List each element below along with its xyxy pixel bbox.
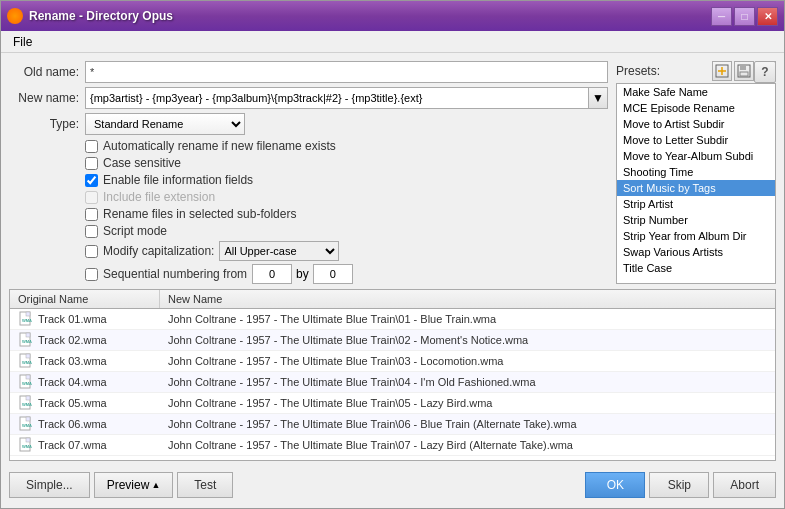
old-name-row: Old name: (9, 61, 608, 83)
preset-item[interactable]: MCE Episode Rename (617, 100, 775, 116)
svg-rect-2 (740, 65, 746, 70)
presets-list[interactable]: Make Safe NameMCE Episode RenameMove to … (616, 83, 776, 284)
svg-text:WMA: WMA (22, 402, 32, 407)
svg-text:WMA: WMA (22, 444, 32, 449)
table-row[interactable]: WMA Track 06.wmaJohn Coltrane - 1957 - T… (10, 414, 775, 435)
modify-cap-select[interactable]: All Upper-case All Lower-case Title Case (219, 241, 339, 261)
auto-rename-checkbox[interactable] (85, 140, 98, 153)
ok-button[interactable]: OK (585, 472, 645, 498)
file-table: Original Name New Name WMA Track 01.wmaJ… (9, 289, 776, 461)
preset-item[interactable]: Strip Year from Album Dir (617, 228, 775, 244)
table-row[interactable]: WMA Track 07.wmaJohn Coltrane - 1957 - T… (10, 435, 775, 456)
preset-item[interactable]: Make Safe Name (617, 84, 775, 100)
script-mode-checkbox[interactable] (85, 225, 98, 238)
checkboxes-area: Automatically rename if new filename exi… (9, 139, 608, 284)
new-filename: John Coltrane - 1957 - The Ultimate Blue… (160, 353, 775, 369)
preview-label: Preview (107, 478, 150, 492)
include-extension-label: Include file extension (103, 190, 215, 204)
table-body: WMA Track 01.wmaJohn Coltrane - 1957 - T… (10, 309, 775, 460)
case-sensitive-row: Case sensitive (85, 156, 608, 170)
original-filename: Track 07.wma (38, 439, 107, 451)
new-filename: John Coltrane - 1957 - The Ultimate Blue… (160, 374, 775, 390)
svg-text:WMA: WMA (22, 318, 32, 323)
original-filename: Track 04.wma (38, 376, 107, 388)
include-extension-checkbox[interactable] (85, 191, 98, 204)
minimize-button[interactable]: ─ (711, 7, 732, 26)
rename-subfolders-checkbox[interactable] (85, 208, 98, 221)
new-filename: John Coltrane - 1957 - The Ultimate Blue… (160, 395, 775, 411)
file-icon: WMA (18, 395, 34, 411)
enable-file-info-checkbox[interactable] (85, 174, 98, 187)
type-select[interactable]: Standard Rename (85, 113, 245, 135)
new-name-dropdown-button[interactable]: ▼ (588, 87, 608, 109)
preset-save-button[interactable] (734, 61, 754, 81)
preset-item[interactable]: Title Case (617, 260, 775, 276)
modify-cap-label: Modify capitalization: (103, 244, 214, 258)
old-name-input[interactable] (85, 61, 608, 83)
menu-bar: File ? (1, 31, 784, 53)
table-row[interactable]: WMA Track 03.wmaJohn Coltrane - 1957 - T… (10, 351, 775, 372)
original-filename: Track 02.wma (38, 334, 107, 346)
skip-button[interactable]: Skip (649, 472, 709, 498)
svg-rect-3 (740, 72, 748, 76)
original-filename: Track 05.wma (38, 397, 107, 409)
abort-button[interactable]: Abort (713, 472, 776, 498)
new-name-label: New name: (9, 91, 79, 105)
preview-button[interactable]: Preview ▲ (94, 472, 174, 498)
presets-header: Presets: ✕ (616, 61, 776, 81)
case-sensitive-checkbox[interactable] (85, 157, 98, 170)
new-name-row: New name: ▼ (9, 87, 608, 109)
file-icon: WMA (18, 311, 34, 327)
type-label: Type: (9, 117, 79, 131)
svg-rect-14 (26, 375, 30, 379)
preset-item[interactable]: Move to Letter Subdir (617, 132, 775, 148)
new-filename: John Coltrane - 1957 - The Ultimate Blue… (160, 332, 775, 348)
window-title: Rename - Directory Opus (29, 9, 173, 23)
preset-item[interactable]: Sort Music by Tags (617, 180, 775, 196)
sequential-checkbox[interactable] (85, 268, 98, 281)
close-button[interactable]: ✕ (757, 7, 778, 26)
col-new-name: New Name (160, 290, 775, 308)
help-button[interactable]: ? (754, 61, 776, 83)
svg-rect-23 (26, 438, 30, 442)
file-icon: WMA (18, 437, 34, 453)
svg-rect-8 (26, 333, 30, 337)
table-row[interactable]: WMA Track 02.wmaJohn Coltrane - 1957 - T… (10, 330, 775, 351)
maximize-button[interactable]: □ (734, 7, 755, 26)
preview-arrow: ▲ (151, 480, 160, 490)
preset-item[interactable]: Strip Number (617, 212, 775, 228)
col-original-name: Original Name (10, 290, 160, 308)
sequential-by-input[interactable] (313, 264, 353, 284)
preset-item[interactable]: Swap Various Artists (617, 244, 775, 260)
rename-subfolders-row: Rename files in selected sub-folders (85, 207, 608, 221)
new-filename: John Coltrane - 1957 - The Ultimate Blue… (160, 416, 775, 432)
new-name-input[interactable] (85, 87, 588, 109)
presets-label: Presets: (616, 64, 660, 78)
new-filename: John Coltrane - 1957 - The Ultimate Blue… (160, 437, 775, 453)
include-extension-row: Include file extension (85, 190, 608, 204)
file-menu[interactable]: File (5, 33, 40, 51)
preset-item[interactable]: Move to Artist Subdir (617, 116, 775, 132)
preset-item[interactable]: Strip Artist (617, 196, 775, 212)
table-row[interactable]: WMA Track 05.wmaJohn Coltrane - 1957 - T… (10, 393, 775, 414)
preset-add-button[interactable] (712, 61, 732, 81)
sequential-from-input[interactable] (252, 264, 292, 284)
modify-cap-checkbox[interactable] (85, 245, 98, 258)
auto-rename-row: Automatically rename if new filename exi… (85, 139, 608, 153)
app-icon (7, 8, 23, 24)
table-row[interactable]: WMA Track 04.wmaJohn Coltrane - 1957 - T… (10, 372, 775, 393)
svg-rect-5 (26, 312, 30, 316)
test-button[interactable]: Test (177, 472, 233, 498)
original-filename: Track 01.wma (38, 313, 107, 325)
preset-item[interactable]: Shooting Time (617, 164, 775, 180)
sequential-label: Sequential numbering from (103, 267, 247, 281)
btn-group-left: Simple... Preview ▲ Test (9, 472, 233, 498)
preset-item[interactable]: Move to Year-Album Subdi (617, 148, 775, 164)
file-icon: WMA (18, 416, 34, 432)
simple-button[interactable]: Simple... (9, 472, 90, 498)
original-filename: Track 06.wma (38, 418, 107, 430)
form-area: Old name: New name: ▼ Type: Standard Ren… (9, 61, 608, 284)
svg-rect-17 (26, 396, 30, 400)
main-window: Rename - Directory Opus ─ □ ✕ File ? Old… (0, 0, 785, 509)
table-row[interactable]: WMA Track 01.wmaJohn Coltrane - 1957 - T… (10, 309, 775, 330)
